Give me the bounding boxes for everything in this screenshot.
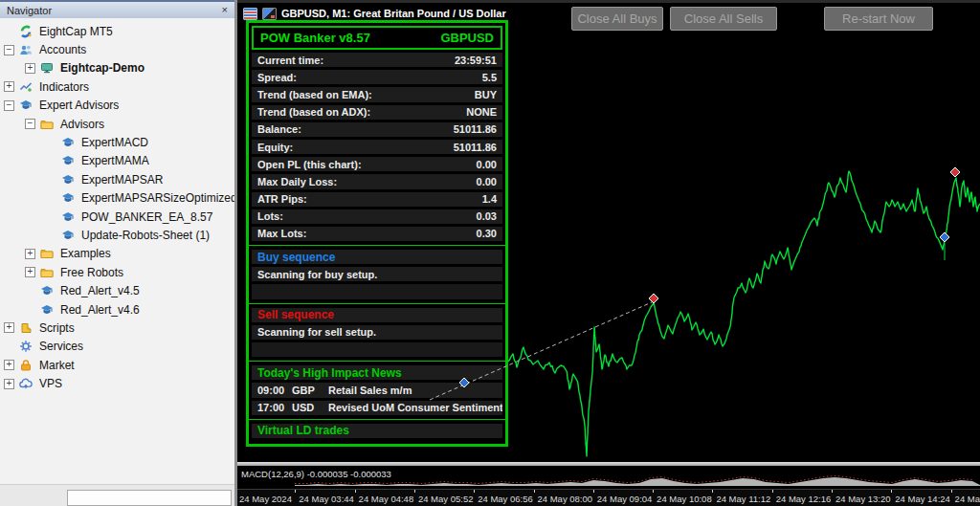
- expand-box-icon[interactable]: +: [4, 81, 14, 92]
- nav-item-expert-advisors[interactable]: −Expert Advisors: [4, 97, 234, 115]
- nav-item-expertmapsar[interactable]: ExpertMAPSAR: [4, 170, 234, 188]
- nav-item-examples[interactable]: +Examples: [4, 245, 234, 263]
- ea-row-value: 51011.86: [454, 142, 497, 153]
- close-all-buys-button[interactable]: Close All Buys: [571, 7, 663, 31]
- nav-item-label: Scripts: [39, 321, 75, 335]
- expand-box-icon[interactable]: +: [25, 249, 35, 259]
- ea-row-label: Current time:: [257, 55, 323, 66]
- axis-label: 24 May 11:12: [716, 494, 770, 504]
- mt5-window: Navigator × EightCap MT5−Accounts+Eightc…: [0, 0, 980, 506]
- folder-icon: [40, 266, 56, 279]
- nav-item-advisors[interactable]: −Advisors: [4, 115, 234, 133]
- collapse-box-icon[interactable]: −: [4, 100, 14, 111]
- nav-item-label: Examples: [60, 247, 111, 260]
- expand-box-icon[interactable]: +: [4, 360, 14, 370]
- expert-cap-icon: [40, 303, 56, 317]
- nav-item-services[interactable]: Services: [4, 338, 234, 356]
- nav-item-label: EightCap MT5: [39, 25, 113, 38]
- collapse-box-icon[interactable]: −: [25, 119, 35, 129]
- nav-item-accounts[interactable]: −Accounts: [4, 40, 234, 58]
- restart-now-button[interactable]: Re-start Now: [824, 7, 933, 31]
- nav-item-label: POW_BANKER_EA_8.57: [81, 210, 212, 224]
- nav-item-red-alert-v4-6[interactable]: Red_Alert_v4.6: [4, 300, 234, 319]
- nav-item-label: Indicators: [39, 80, 89, 94]
- ea-row-max-daily-loss: Max Daily Loss:0.00: [252, 174, 502, 188]
- nav-item-indicators[interactable]: +Indicators: [4, 77, 234, 96]
- ea-row-label: Max Daily Loss:: [257, 176, 337, 187]
- axis-tick: [772, 490, 773, 493]
- navigator-header: Navigator ×: [0, 0, 234, 18]
- ea-panel-header: POW Banker v8.57 GBPUSD: [252, 26, 502, 50]
- axis-label: 24 May 13:20: [835, 494, 891, 504]
- collapse-box-icon[interactable]: −: [4, 45, 14, 55]
- ea-row-label: Trend (based on ADX):: [257, 106, 370, 118]
- ea-row-lots: Lots:0.03: [252, 209, 502, 224]
- depth-of-market-icon[interactable]: [243, 8, 257, 20]
- nav-item-label: ExpertMAMA: [81, 154, 149, 167]
- nav-item-eightcap-demo[interactable]: +Eightcap-Demo: [4, 59, 234, 77]
- ea-row-value: 5.5: [482, 72, 497, 83]
- nav-item-eightcap-mt5[interactable]: EightCap MT5: [4, 22, 234, 40]
- market-icon: [19, 359, 34, 372]
- time-axis[interactable]: 24 May 202424 May 03:4424 May 04:4824 Ma…: [237, 489, 980, 506]
- ea-row-current-time: Current time:23:59:51: [252, 53, 502, 67]
- axis-label: 24 May 06:56: [478, 494, 533, 504]
- expand-box-icon[interactable]: +: [25, 267, 35, 277]
- account-monitor-icon: [40, 61, 56, 75]
- news-row: 17:00USDRevised UoM Consumer Sentiment: [252, 401, 502, 415]
- navigator-footer-box: [67, 490, 232, 506]
- sell-sequence-title-row: Sell sequence: [252, 308, 502, 322]
- chart-title: GBPUSD, M1: Great Britan Pound / US Doll…: [281, 8, 506, 19]
- buy-sequence-status-row: Scanning for buy setup.: [252, 267, 502, 281]
- nav-item-expertmapsarsizeoptimized[interactable]: ExpertMAPSARSizeOptimized: [4, 189, 234, 208]
- nav-item-market[interactable]: +Market: [4, 356, 234, 374]
- services-icon: [19, 340, 34, 353]
- section-divider: [249, 303, 505, 304]
- ea-row-trend-based-on-adx: Trend (based on ADX):NONE: [252, 105, 502, 120]
- nav-item-free-robots[interactable]: +Free Robots: [4, 263, 234, 281]
- axis-label: 24 May 10:08: [657, 494, 712, 504]
- navigator-close-icon[interactable]: ×: [222, 5, 228, 15]
- nav-item-red-alert-v4-5[interactable]: Red_Alert_v4.5: [4, 281, 234, 299]
- section-divider: [249, 361, 505, 362]
- axis-label: 24 May 15:28: [955, 494, 980, 504]
- axis-tick: [832, 490, 833, 493]
- axis-label: 24 May 12:16: [776, 494, 832, 504]
- close-all-sells-button[interactable]: Close All Sells: [670, 7, 777, 31]
- axis-label: 24 May 03:44: [299, 494, 354, 504]
- expand-box-icon[interactable]: +: [4, 379, 14, 389]
- nav-item-vps[interactable]: +VPS: [4, 374, 234, 392]
- empty-row: [252, 342, 502, 357]
- nav-item-expertmacd[interactable]: ExpertMACD: [4, 133, 234, 151]
- axis-tick: [653, 490, 654, 493]
- nav-item-label: Market: [39, 359, 75, 372]
- axis-tick: [474, 490, 475, 493]
- expand-box-icon[interactable]: +: [4, 322, 14, 333]
- nav-item-label: Eightcap-Demo: [60, 61, 145, 75]
- nav-item-label: Accounts: [39, 43, 86, 56]
- axis-tick: [951, 490, 952, 493]
- one-click-trading-icon[interactable]: [262, 8, 277, 20]
- nav-item-expertmama[interactable]: ExpertMAMA: [4, 152, 234, 170]
- news-currency: USD: [292, 402, 328, 413]
- ea-row-trend-based-on-ema: Trend (based on EMA):BUY: [252, 87, 502, 101]
- ea-row-label: Equity:: [257, 142, 293, 153]
- navigator-panel: Navigator × EightCap MT5−Accounts+Eightc…: [0, 0, 234, 506]
- ea-panel: POW Banker v8.57 GBPUSD Current time:23:…: [246, 20, 508, 447]
- buy-sequence-title: Buy sequence: [257, 251, 335, 264]
- macd-label: MACD(12,26,9) -0.000035 -0.000033: [241, 469, 391, 479]
- nav-item-pow-banker-ea-8-57[interactable]: POW_BANKER_EA_8.57: [4, 208, 234, 226]
- expand-box-icon[interactable]: +: [25, 63, 35, 74]
- axis-tick: [295, 490, 296, 493]
- ea-row-label: Lots:: [257, 210, 283, 222]
- nav-item-update-robots-sheet-1[interactable]: Update-Robots-Sheet (1): [4, 226, 234, 244]
- macd-pane[interactable]: MACD(12,26,9) -0.000035 -0.000033: [237, 466, 980, 489]
- nav-item-scripts[interactable]: +Scripts: [4, 319, 234, 337]
- axis-tick: [414, 490, 415, 493]
- axis-tick: [534, 490, 535, 493]
- axis-label: 24 May 2024: [239, 494, 292, 504]
- nav-item-label: Red_Alert_v4.6: [60, 303, 140, 317]
- chart-area[interactable]: GBPUSD, M1: Great Britan Pound / US Doll…: [237, 0, 980, 506]
- ea-row-value: 0.00: [477, 159, 497, 170]
- nav-item-label: Red_Alert_v4.5: [60, 284, 140, 297]
